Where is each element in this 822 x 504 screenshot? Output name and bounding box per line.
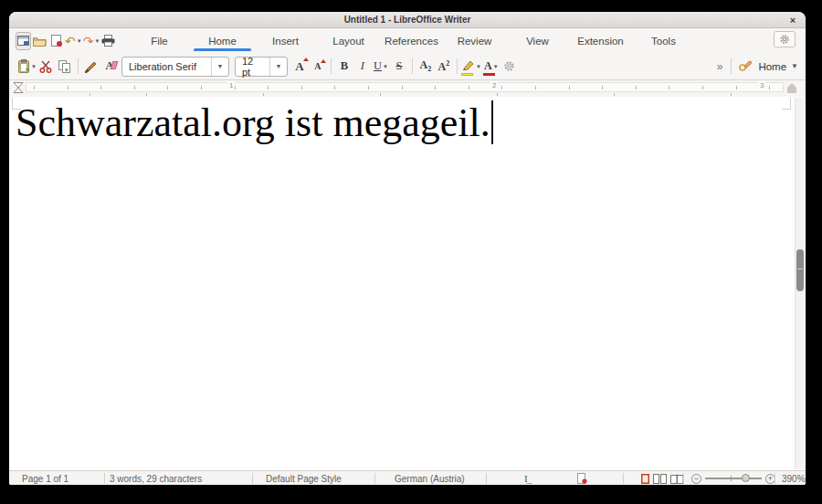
undo-button[interactable]: ↶ ▼ xyxy=(65,32,82,50)
ruler-number: 1 xyxy=(227,81,235,89)
view-layout-group xyxy=(641,471,684,485)
word-count[interactable]: 3 words, 29 characters xyxy=(110,471,202,485)
zoom-level[interactable]: 390% xyxy=(782,471,806,485)
text-boundary-corner xyxy=(782,98,791,110)
selection-mode-indicator[interactable]: I_ xyxy=(524,471,531,485)
copy-button[interactable] xyxy=(57,56,73,78)
titlebar[interactable]: Untitled 1 - LibreOffice Writer × xyxy=(9,12,806,28)
window-title: Untitled 1 - LibreOffice Writer xyxy=(344,15,471,25)
statusbar-separator xyxy=(252,473,253,484)
zoom-slider[interactable] xyxy=(705,478,762,479)
tab-review[interactable]: Review xyxy=(443,28,506,53)
zoom-control: − + xyxy=(691,471,775,485)
tab-bar: ↶ ▼ ↷ ▼ File Home Insert Layout Referenc… xyxy=(9,28,806,53)
highlight-dropdown-arrow[interactable]: ▼ xyxy=(476,64,481,69)
statusbar-separator xyxy=(374,473,375,484)
font-color-dropdown-arrow[interactable]: ▼ xyxy=(493,64,499,69)
right-indent-marker[interactable] xyxy=(787,83,796,93)
notebookbar-target-label[interactable]: Home xyxy=(758,61,786,72)
character-settings-button[interactable] xyxy=(501,56,518,78)
tab-view[interactable]: View xyxy=(506,28,569,53)
document-canvas[interactable]: Schwarzatal.org ist megageil. xyxy=(9,97,806,470)
tab-file[interactable]: File xyxy=(128,28,191,53)
underline-dropdown-arrow[interactable]: ▼ xyxy=(383,64,388,69)
tab-home[interactable]: Home xyxy=(191,28,254,53)
italic-icon: I xyxy=(361,59,364,73)
save-button[interactable] xyxy=(48,32,64,50)
print-button[interactable] xyxy=(100,32,116,50)
increase-font-size-button[interactable]: A xyxy=(291,56,308,78)
zoom-out-button[interactable]: − xyxy=(691,474,701,484)
highlight-color-button[interactable]: ▼ xyxy=(462,56,481,78)
horizontal-ruler[interactable]: 1 2 3 xyxy=(9,80,806,97)
underline-button[interactable]: U ▼ xyxy=(373,56,389,78)
font-size-dropdown[interactable]: ▼ xyxy=(269,58,287,76)
formatting-toolbar: ▼ A xyxy=(9,53,806,80)
single-page-view-icon[interactable] xyxy=(641,474,649,484)
toolbar-separator xyxy=(331,58,332,74)
undo-icon: ↶ xyxy=(65,35,76,47)
ruler-ticks[interactable] xyxy=(26,82,784,92)
undo-dropdown-arrow[interactable]: ▼ xyxy=(77,38,82,44)
book-view-icon[interactable] xyxy=(670,474,684,484)
scrollbar-thumb[interactable] xyxy=(796,249,804,291)
paste-button[interactable]: ▼ xyxy=(17,56,37,78)
clear-formatting-icon: A xyxy=(106,59,114,73)
italic-button[interactable]: I xyxy=(354,56,371,78)
redo-dropdown-arrow[interactable]: ▼ xyxy=(94,38,100,44)
zoom-slider-handle[interactable] xyxy=(742,474,750,482)
menubar-toggle-button[interactable] xyxy=(16,32,31,50)
clone-formatting-button[interactable] xyxy=(83,56,100,78)
clear-formatting-button[interactable]: A xyxy=(101,56,118,78)
bold-button[interactable]: B xyxy=(336,56,353,78)
notebookbar-menu-button[interactable] xyxy=(774,31,796,47)
tab-layout[interactable]: Layout xyxy=(317,28,380,53)
text-language[interactable]: German (Austria) xyxy=(395,471,465,485)
status-bar: Page 1 of 1 3 words, 29 characters Defau… xyxy=(9,470,806,485)
open-folder-icon xyxy=(33,36,47,47)
ruler-number: 3 xyxy=(758,81,765,89)
target-dropdown-arrow[interactable]: ▼ xyxy=(791,62,798,70)
statusbar-separator xyxy=(683,473,684,484)
zoom-100-tick xyxy=(731,476,732,481)
copy-icon xyxy=(58,60,71,73)
quick-access-toolbar: ↶ ▼ ↷ ▼ xyxy=(16,31,116,50)
page-style[interactable]: Default Page Style xyxy=(266,471,342,485)
indent-marker-icon[interactable] xyxy=(12,81,25,94)
font-size-combobox[interactable]: 12 pt ▼ xyxy=(235,57,288,77)
strikethrough-button[interactable]: S xyxy=(391,56,407,78)
tab-references[interactable]: References xyxy=(380,28,443,53)
statusbar-separator xyxy=(486,473,487,484)
paragraph-text[interactable]: Schwarzatal.org ist megageil. xyxy=(16,100,493,146)
font-name-value[interactable]: Liberation Serif xyxy=(122,61,211,72)
document-modified-indicator[interactable] xyxy=(577,471,587,485)
paintbrush-icon xyxy=(84,60,98,73)
font-color-button[interactable]: A ▼ xyxy=(483,56,500,78)
multi-page-view-icon[interactable] xyxy=(653,474,667,484)
vertical-scrollbar[interactable] xyxy=(795,98,804,469)
redo-button[interactable]: ↷ ▼ xyxy=(83,32,100,50)
decrease-font-size-button[interactable]: A xyxy=(310,56,326,78)
increase-size-icon: A xyxy=(295,59,303,74)
tab-extension[interactable]: Extension xyxy=(569,28,632,53)
decrease-size-icon: A xyxy=(314,61,321,71)
subscript-button[interactable]: A2 xyxy=(417,56,434,78)
notebookbar-tabs: File Home Insert Layout References Revie… xyxy=(128,28,695,53)
superscript-button[interactable]: A2 xyxy=(436,56,452,78)
underline-icon: U xyxy=(374,59,382,73)
open-button[interactable] xyxy=(32,32,47,50)
toolbar-overflow-button[interactable]: » xyxy=(712,60,728,73)
font-size-value[interactable]: 12 pt xyxy=(236,56,269,78)
printer-icon xyxy=(101,35,115,47)
redo-icon: ↷ xyxy=(83,35,94,47)
font-name-combobox[interactable]: Liberation Serif ▼ xyxy=(121,57,229,77)
tab-insert[interactable]: Insert xyxy=(254,28,317,53)
page-count[interactable]: Page 1 of 1 xyxy=(22,471,68,485)
tab-tools[interactable]: Tools xyxy=(632,28,695,53)
customize-button[interactable] xyxy=(736,56,753,78)
cut-button[interactable] xyxy=(38,56,55,78)
statusbar-separator xyxy=(623,473,624,484)
font-name-dropdown[interactable]: ▼ xyxy=(211,58,228,76)
close-button[interactable]: × xyxy=(786,14,799,26)
paste-dropdown-arrow[interactable]: ▼ xyxy=(31,64,37,69)
